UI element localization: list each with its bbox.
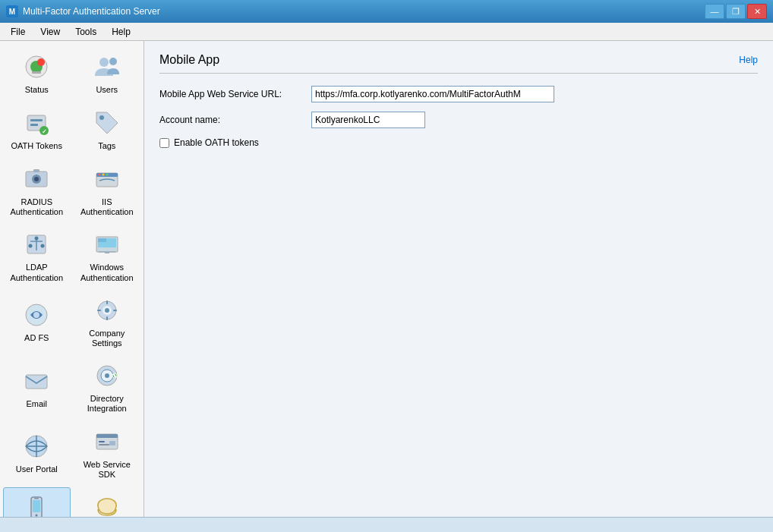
svg-point-44 <box>105 373 109 378</box>
svg-point-5 <box>109 58 117 65</box>
svg-rect-29 <box>98 238 106 242</box>
title-bar-left: M Multi-Factor Authentication Server <box>6 5 160 17</box>
sidebar-item-ad-fs[interactable]: AD FS <box>3 291 71 353</box>
svg-rect-40 <box>113 310 117 311</box>
sidebar-item-status[interactable]: Status <box>3 47 71 100</box>
directory-icon <box>92 360 122 391</box>
sidebar-item-radius-label: RADIUS Authentication <box>6 197 68 217</box>
svg-rect-31 <box>105 252 109 253</box>
sidebar-item-tags[interactable]: Tags <box>74 103 141 156</box>
ldap-icon <box>21 229 52 260</box>
svg-point-4 <box>99 58 109 67</box>
oath-icon: ✓ <box>21 108 52 138</box>
radius-icon <box>21 164 52 194</box>
sdk-icon <box>92 427 122 457</box>
svg-point-11 <box>99 115 104 120</box>
account-row: Account name: <box>159 112 758 128</box>
sidebar-item-tags-label: Tags <box>98 141 115 151</box>
svg-rect-39 <box>97 310 101 311</box>
sidebar-item-sdk-label: Web Service SDK <box>77 460 138 480</box>
status-icon <box>21 52 52 82</box>
url-label: Mobile App Web Service URL: <box>159 89 311 99</box>
title-bar-controls: — ❐ ✕ <box>705 4 767 19</box>
sidebar-item-radius-auth[interactable]: RADIUS Authentication <box>3 159 71 222</box>
content-header: Mobile App Help <box>159 53 758 74</box>
svg-point-2 <box>37 58 45 66</box>
sidebar-item-company-label: Company Settings <box>77 329 138 348</box>
sidebar-item-adfs-label: AD FS <box>24 333 49 343</box>
url-input[interactable] <box>311 86 554 102</box>
company-icon <box>92 295 122 326</box>
sidebar-item-users[interactable]: Users <box>74 47 141 100</box>
menu-tools[interactable]: Tools <box>68 24 104 40</box>
svg-point-18 <box>98 174 100 176</box>
minimize-button[interactable]: — <box>705 4 724 19</box>
svg-rect-7 <box>30 119 43 121</box>
menu-bar: File View Tools Help <box>0 23 773 41</box>
sidebar-item-oath-tokens[interactable]: ✓ OATH Tokens <box>3 103 71 156</box>
menu-view[interactable]: View <box>33 24 68 40</box>
svg-point-19 <box>102 174 104 176</box>
svg-rect-54 <box>99 444 109 445</box>
sidebar-item-web-service-sdk[interactable]: Web Service SDK <box>74 422 141 484</box>
svg-point-33 <box>33 312 39 318</box>
svg-point-24 <box>35 237 39 241</box>
sidebar-item-windows-auth[interactable]: Windows Authentication <box>74 225 141 287</box>
app-icon: M <box>6 5 18 17</box>
svg-rect-53 <box>99 441 105 442</box>
sidebar-item-user-portal[interactable]: User Portal <box>3 422 71 484</box>
svg-point-36 <box>105 308 109 313</box>
svg-rect-38 <box>106 316 108 320</box>
oath-checkbox-row: Enable OATH tokens <box>159 137 758 148</box>
adfs-icon <box>21 300 52 330</box>
sidebar-grid: Status Users <box>3 47 140 517</box>
svg-rect-8 <box>30 124 38 126</box>
email-icon <box>21 366 52 396</box>
main-area: Status Users <box>0 41 773 517</box>
sidebar: Status Users <box>0 41 144 517</box>
sidebar-item-directory-integration[interactable]: Directory Integration <box>74 356 141 418</box>
account-label: Account name: <box>159 115 311 125</box>
svg-rect-15 <box>33 169 39 172</box>
sidebar-item-directory-label: Directory Integration <box>77 394 138 414</box>
status-bar <box>0 517 773 532</box>
svg-point-20 <box>106 174 108 176</box>
svg-point-58 <box>36 514 38 516</box>
svg-rect-52 <box>96 434 118 438</box>
restore-button[interactable]: ❐ <box>726 4 746 19</box>
users-icon <box>92 52 122 82</box>
iis-icon <box>92 164 122 194</box>
oath-checkbox-label[interactable]: Enable OATH tokens <box>174 137 259 148</box>
svg-rect-55 <box>109 441 115 445</box>
sidebar-item-users-label: Users <box>96 85 118 95</box>
tags-icon <box>92 108 122 138</box>
svg-rect-57 <box>33 500 40 512</box>
portal-icon <box>21 431 52 461</box>
svg-rect-3 <box>32 71 41 74</box>
title-bar: M Multi-Factor Authentication Server — ❐… <box>0 0 773 23</box>
account-input[interactable] <box>311 112 425 128</box>
help-link[interactable]: Help <box>739 55 758 65</box>
sidebar-item-logging[interactable]: Logging <box>74 487 141 517</box>
oath-checkbox[interactable] <box>159 138 169 148</box>
window-title: Multi-Factor Authentication Server <box>23 6 160 17</box>
sidebar-item-iis-label: IIS Authentication <box>77 197 138 217</box>
sidebar-item-mobile-app[interactable]: Mobile App <box>3 487 71 517</box>
logging-icon <box>92 493 122 517</box>
svg-point-14 <box>34 177 39 181</box>
sidebar-item-email-label: Email <box>26 399 47 409</box>
svg-point-26 <box>41 244 45 248</box>
windows-icon <box>92 229 122 260</box>
sidebar-item-iis-auth[interactable]: IIS Authentication <box>74 159 141 222</box>
svg-rect-59 <box>34 498 39 499</box>
sidebar-item-status-label: Status <box>25 85 49 95</box>
sidebar-item-windows-label: Windows Authentication <box>77 263 138 282</box>
svg-point-25 <box>29 244 33 248</box>
menu-file[interactable]: File <box>3 24 33 40</box>
sidebar-item-ldap-auth[interactable]: LDAP Authentication <box>3 225 71 287</box>
sidebar-item-company-settings[interactable]: Company Settings <box>74 291 141 353</box>
sidebar-item-email[interactable]: Email <box>3 356 71 418</box>
menu-help[interactable]: Help <box>104 24 138 40</box>
close-button[interactable]: ✕ <box>747 4 767 19</box>
content-area: Mobile App Help Mobile App Web Service U… <box>144 41 773 517</box>
